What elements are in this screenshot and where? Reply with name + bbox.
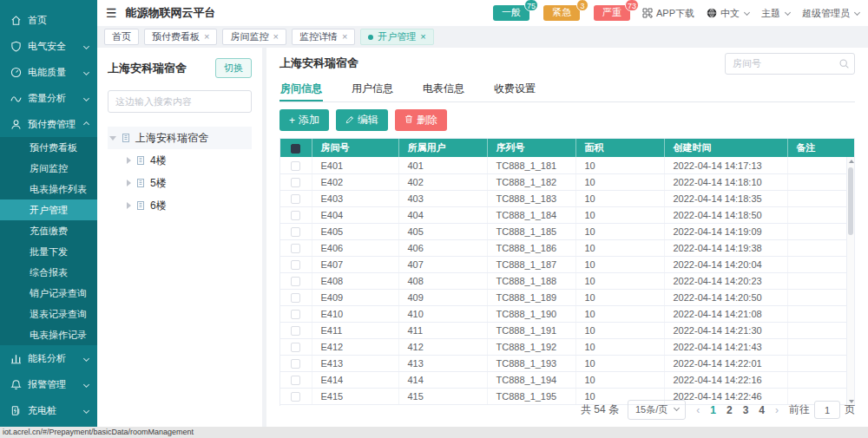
sidebar-subitem-预付费看板[interactable]: 预付费看板: [0, 137, 97, 158]
caret-right-icon: [127, 202, 131, 209]
table-row[interactable]: E404404TC888_1_184102022-04-14 14:18:50: [280, 206, 854, 223]
next-page-button[interactable]: ›: [773, 404, 780, 416]
select-all-checkbox[interactable]: [291, 144, 300, 154]
sidebar-item-energy-analysis[interactable]: 能耗分析: [0, 345, 97, 371]
nav-tab-监控详情[interactable]: 监控详情×: [292, 29, 355, 45]
close-icon[interactable]: ×: [204, 32, 209, 42]
sidebar-item-charging-pile[interactable]: 充电桩: [0, 397, 97, 423]
app-download-link[interactable]: APP下载: [642, 7, 694, 20]
page-3[interactable]: 3: [743, 404, 749, 416]
table-row[interactable]: E407407TC888_1_187102022-04-14 14:20:04: [280, 256, 854, 272]
user-menu[interactable]: 超级管理员: [802, 7, 859, 20]
tree-node-root[interactable]: 上海安科瑞宿舍: [108, 127, 252, 149]
tree-node-5楼[interactable]: 5楼: [108, 172, 252, 194]
row-checkbox[interactable]: [291, 376, 300, 385]
sidebar-subitem-电表操作记录[interactable]: 电表操作记录: [0, 324, 97, 345]
delete-button[interactable]: 删除: [395, 109, 447, 131]
sidebar-subitem-开户管理[interactable]: 开户管理: [0, 199, 97, 220]
sidebar-item-label: 电气安全: [28, 40, 78, 53]
sidebar-subitem-综合报表[interactable]: 综合报表: [0, 262, 97, 283]
sidebar-subitem-退表记录查询[interactable]: 退表记录查询: [0, 304, 97, 324]
table-row[interactable]: E406406TC888_1_186102022-04-14 14:19:38: [280, 239, 854, 256]
row-checkbox[interactable]: [291, 293, 300, 303]
table-row[interactable]: E403403TC888_1_183102022-04-14 14:18:35: [280, 190, 854, 206]
tab-电表信息[interactable]: 电表信息: [422, 77, 465, 101]
tree-search-input[interactable]: [108, 90, 252, 113]
nav-tab-首页[interactable]: 首页: [104, 29, 139, 45]
table-row[interactable]: E413413TC888_1_193102022-04-14 14:22:01: [280, 355, 854, 371]
scroll-up-icon[interactable]: [849, 160, 854, 163]
tab-用户信息[interactable]: 用户信息: [351, 77, 394, 101]
alarm-badge-紧急[interactable]: 紧急3: [543, 5, 580, 20]
row-checkbox[interactable]: [291, 211, 300, 220]
nav-tab-开户管理[interactable]: 开户管理×: [360, 29, 433, 45]
building-icon: [135, 200, 146, 211]
row-checkbox[interactable]: [291, 178, 300, 187]
room-search-input[interactable]: [725, 53, 855, 75]
sidebar-subitem-电表操作列表[interactable]: 电表操作列表: [0, 179, 97, 199]
sidebar-subitem-房间监控[interactable]: 房间监控: [0, 158, 97, 179]
table-row[interactable]: E414414TC888_1_194102022-04-14 14:22:16: [280, 371, 854, 388]
theme-select[interactable]: 主题: [761, 7, 790, 20]
page-size-select[interactable]: 15条/页: [628, 400, 686, 420]
alarm-badge-严重[interactable]: 严重73: [594, 5, 630, 20]
row-checkbox[interactable]: [291, 161, 300, 171]
table-row[interactable]: E408408TC888_1_188102022-04-14 14:20:23: [280, 272, 854, 289]
sidebar-item-electric-safety[interactable]: 电气安全: [0, 33, 97, 59]
menu-toggle-icon[interactable]: ☰: [106, 7, 117, 19]
tree-node-6楼[interactable]: 6楼: [108, 194, 252, 217]
goto-page-input[interactable]: [814, 401, 840, 419]
prev-page-button[interactable]: ‹: [694, 404, 701, 416]
table-row[interactable]: E405405TC888_1_185102022-04-14 14:19:09: [280, 223, 854, 239]
switch-button[interactable]: 切换: [215, 58, 252, 78]
sidebar-subitem-销户记录查询[interactable]: 销户记录查询: [0, 283, 97, 304]
tab-收费设置[interactable]: 收费设置: [493, 77, 536, 101]
row-checkbox[interactable]: [291, 359, 300, 369]
row-checkbox[interactable]: [291, 244, 300, 253]
chevron-down-icon: [83, 42, 89, 49]
scrollbar-thumb[interactable]: [848, 167, 853, 235]
table-row[interactable]: E410410TC888_1_190102022-04-14 14:21:08: [280, 305, 854, 322]
row-checkbox[interactable]: [291, 277, 300, 286]
sidebar-item-prepayment[interactable]: 预付费管理: [0, 111, 97, 137]
row-checkbox[interactable]: [291, 227, 300, 237]
tree-node-4楼[interactable]: 4楼: [108, 149, 252, 172]
page-4[interactable]: 4: [759, 404, 765, 416]
table-row[interactable]: E411411TC888_1_191102022-04-14 14:21:30: [280, 322, 854, 338]
sidebar-item-home[interactable]: 首页: [0, 7, 97, 33]
sidebar-item-demand-analysis[interactable]: 需量分析: [0, 85, 97, 111]
chevron-down-icon: [785, 9, 791, 15]
page-1[interactable]: 1: [710, 404, 716, 416]
table-row[interactable]: E409409TC888_1_189102022-04-14 14:20:50: [280, 289, 854, 305]
table-scrollbar[interactable]: [846, 157, 854, 406]
chevron-down-icon: [83, 407, 89, 413]
add-button[interactable]: + 添加: [279, 109, 329, 131]
table-cell: 403: [398, 190, 487, 206]
table-row[interactable]: E402402TC888_1_182102022-04-14 14:18:10: [280, 173, 854, 190]
language-select[interactable]: 中文: [707, 7, 749, 20]
close-icon[interactable]: ×: [420, 32, 425, 42]
row-checkbox[interactable]: [291, 310, 300, 319]
close-icon[interactable]: ×: [342, 32, 347, 42]
tab-房间信息[interactable]: 房间信息: [279, 77, 323, 101]
alarm-badge-一般[interactable]: 一般75: [493, 5, 529, 20]
table-cell: TC888_1_189: [487, 289, 575, 305]
search-icon[interactable]: [838, 57, 850, 73]
table-row[interactable]: E401401TC888_1_181102022-04-14 14:17:13: [280, 157, 854, 173]
nav-tab-房间监控[interactable]: 房间监控×: [222, 29, 286, 45]
page-2[interactable]: 2: [727, 404, 733, 416]
close-icon[interactable]: ×: [273, 32, 278, 42]
table-cell: 10: [575, 322, 664, 338]
sidebar-subitem-批量下发[interactable]: 批量下发: [0, 241, 97, 262]
row-checkbox[interactable]: [291, 343, 300, 352]
sidebar-item-power-quality[interactable]: 电能质量: [0, 59, 97, 85]
row-checkbox[interactable]: [291, 326, 300, 336]
row-checkbox[interactable]: [291, 260, 300, 270]
row-checkbox[interactable]: [291, 392, 300, 402]
nav-tab-预付费看板[interactable]: 预付费看板×: [144, 29, 217, 45]
sidebar-subitem-充值缴费[interactable]: 充值缴费: [0, 220, 97, 241]
row-checkbox[interactable]: [291, 194, 300, 204]
table-row[interactable]: E412412TC888_1_192102022-04-14 14:21:43: [280, 338, 854, 355]
sidebar-item-alarm-management[interactable]: 报警管理: [0, 371, 97, 397]
edit-button[interactable]: 编辑: [336, 109, 388, 131]
